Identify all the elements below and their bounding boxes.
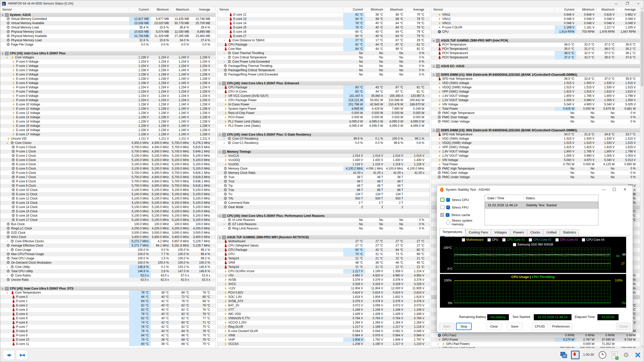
clock-icon[interactable] [598, 351, 607, 359]
sensor-row[interactable]: E-core 5 Voltage1.238 V1.238 V1.240 V1.2… [0, 81, 215, 85]
legend-checkbox[interactable] [555, 238, 559, 242]
sensor-row[interactable]: Trfc500 T500 T500 T [217, 196, 430, 201]
chevron-down-icon[interactable]: ∨ [433, 64, 435, 68]
sensor-row[interactable]: E-core 478 °C40 °C82 °C76 °C [0, 312, 215, 316]
sensor-row[interactable]: VccIOG1.216 V1.216 V1.216 V1.216 V [217, 162, 430, 167]
collapse-columns-button[interactable]: ▶◀ [16, 350, 28, 360]
sensor-row[interactable]: >GPU Rail Powers0.000 W71.352 W [431, 342, 641, 346]
sensor-row[interactable]: E-core 17 Voltage1.238 V1.238 V1.240 V1.… [0, 132, 215, 137]
sensor-row[interactable]: P-core 0 Voltage1.234 V1.234 V1.234 V1.2… [0, 60, 215, 64]
chevron-right-icon[interactable]: > [223, 137, 225, 141]
sensor-row[interactable]: E-core 12 Clock5,100.0 MHz5,100.0 MHz5,1… [0, 196, 215, 201]
sensor-row[interactable]: P-core 1 Voltage1.234 V1.234 V1.234 V1.2… [0, 64, 215, 68]
minimize-button[interactable]: — [611, 0, 622, 7]
section-header-row[interactable]: ∨DDR5 DIMM [#1]: Wilk Elektronik IR-6400… [431, 72, 641, 77]
sensor-row[interactable]: VIN130.048 V0.048 V0.048 V0.048 V [431, 21, 641, 25]
chevron-right-icon[interactable]: > [6, 239, 8, 244]
tab-powers[interactable]: Powers [510, 229, 527, 235]
sensor-row[interactable]: VccCLK1.014 V1.014 V1.014 V1.014 V [217, 154, 430, 158]
sensor-row[interactable]: VDD (SWA) Voltage1.515 V1.500 V1.530 V1.… [431, 81, 641, 85]
sensor-row[interactable]: On-Demand Clock Modulation100.0 %100.0 %… [0, 261, 215, 265]
sensor-row[interactable]: D2D Clock3,000.0 MHz3,000.0 MHz3,000.0 M… [0, 231, 215, 235]
sensor-row[interactable]: E-core 13 Voltage1.238 V1.238 V1.240 V1.… [0, 115, 215, 119]
stress-option[interactable]: Stress system memory [440, 219, 483, 226]
chevron-down-icon[interactable]: ∨ [433, 73, 435, 77]
sensor-row[interactable]: Physical Memory Load32.8 %15.6 %34.0 %27… [0, 38, 215, 43]
sensor-row[interactable]: Motherboard27 °C27 °C27 °C27 °C [217, 239, 430, 244]
sensor-row[interactable]: Bus Clock100.0 MHz100.0 MHz100.0 MHz100.… [0, 222, 215, 226]
sensor-row[interactable]: >Core C1 Residency0.0 %0.0 %99.8 %0.8 % [217, 141, 430, 145]
chevron-down-icon[interactable]: ∨ [219, 133, 221, 137]
sensor-row[interactable]: Virtual Memory Available23,538 MB23,020 … [0, 21, 215, 25]
sensor-row[interactable]: GPU Fan20 RPM0 RPM0 RPM0 RPM [431, 333, 641, 338]
sensor-row[interactable]: >Ring Limit ReasonsNoNoNo0 % [217, 226, 430, 231]
tab-statistics[interactable]: Statistics [560, 229, 579, 235]
sensor-row[interactable]: Total CPU Utility146.8 %2.6 %147.0 %145.… [0, 269, 215, 273]
sensor-row[interactable]: VCCIO 1.25V1.264 V1.264 V1.264 V1.264 V [217, 320, 430, 325]
sensor-row[interactable]: 1.0V VOUT Voltage1.005 V0.990 V1.005 V1.… [431, 154, 641, 158]
sensor-row[interactable]: 3VSB_ATX3.376 V3.376 V3.376 V3.376 V [217, 299, 430, 303]
sensor-row[interactable]: NGU Clock3,400.0 MHz3,400.0 MHz3,400.0 M… [0, 235, 215, 239]
sensor-row[interactable]: CPU1,914 RPM703 RPM1,976 RPM1,847 RPM [431, 30, 641, 34]
sensor-row[interactable]: PMIC High TemperatureNoNoNo0 % [431, 167, 641, 171]
legend-checkbox[interactable] [513, 243, 516, 246]
sensor-row[interactable]: E-core 3 Voltage1.238 V1.238 V1.240 V1.2… [0, 72, 215, 77]
sensor-row[interactable]: VccDDQ1.430 V1.430 V1.430 V1.430 V [217, 158, 430, 162]
section-header-row[interactable]: ∨DDR5 DIMM [#3]: Wilk Elektronik IR-6400… [431, 128, 641, 132]
sensor-row[interactable]: Rest-of-Chip Power0.000 W0.000 W0.000 W0… [217, 111, 430, 115]
sensor-row[interactable]: E-core 17 Clock5,100.0 MHz5,100.0 MHz5,1… [0, 218, 215, 222]
sensor-row[interactable]: System Agent Power4.945 W4.429 W7.880 W5… [217, 107, 430, 111]
sensor-row[interactable]: ∨Core Temperatures78 °C38 °C88 °C76 °C [0, 291, 215, 295]
sensor-row[interactable]: Package/Ring Thermal ThrottlingNoNoNo0 % [217, 64, 430, 68]
sensor-row[interactable]: CPU (Weighted Value)27 °C27 °C27 °C27 °C [217, 244, 430, 248]
chevron-down-icon[interactable]: ∨ [6, 55, 8, 60]
sensor-row[interactable]: VIN120.048 V0.048 V0.048 V0.048 V [431, 17, 641, 21]
chevron-down-icon[interactable]: ∨ [219, 235, 221, 239]
sensor-row[interactable]: BAT_3V3.072 V3.056 V3.072 V3.070 V [217, 303, 430, 308]
chevron-right-icon[interactable]: > [437, 342, 439, 346]
test-log-list[interactable]: Date / Time Status 31.03.2026 11:46:14St… [485, 195, 598, 225]
restore-button[interactable] [622, 0, 633, 7]
sensor-row[interactable]: E-core Cluster0 DLVR0.044 V0.044 V0.062 … [217, 329, 430, 333]
sensor-row[interactable]: P-core 164 °C42 °C78 °C68 °C [0, 299, 215, 303]
sensor-row[interactable]: Command Rate2 T2 T2 T [217, 201, 430, 205]
chevron-down-icon[interactable]: ∨ [6, 141, 8, 145]
remote-monitoring-icon[interactable] [559, 351, 568, 359]
sensor-row[interactable]: >Core Critical TemperatureNoNoNo0 % [217, 55, 430, 60]
section-header-row[interactable]: ∨CPU [#0]: Intel Core Ultra 5 250KF Plus [0, 51, 215, 55]
sensor-row[interactable]: VIN Voltage5.040 V4.900 V5.040 V5.005 V [431, 102, 641, 107]
legend-item[interactable]: Motherboard [462, 238, 483, 242]
sensor-row[interactable]: PCH Power0.000 W0.000 W0.003 W0.000 W [217, 115, 430, 119]
sensor-row[interactable]: P-core 776 °C42 °C82 °C75 °C [0, 325, 215, 329]
sensor-row[interactable]: E-core 1680 °C40 °C84 °C79 °C [217, 30, 430, 34]
stress-checkbox[interactable] [446, 213, 449, 217]
sensor-row[interactable]: CPU Package Power213.121 W53.552 W223.58… [217, 98, 430, 102]
chevron-down-icon[interactable]: ∨ [219, 214, 221, 218]
sensor-row[interactable]: P-core 1 Clock5,700.0 MHz4,300.0 MHz5,70… [0, 149, 215, 154]
sensor-row[interactable]: VTT1.248 V1.248 V1.248 V1.248 V [217, 308, 430, 312]
legend-item[interactable]: CPU Core #4 [582, 238, 604, 242]
sensor-row[interactable]: VIN90.984 V0.976 V0.984 V0.984 V [217, 333, 430, 338]
sensor-row[interactable]: 3VCC3.328 V3.328 V3.328 V3.328 V [217, 282, 430, 286]
sensor-row[interactable]: E-core 1476 °C40 °C84 °C79 °C [217, 21, 430, 25]
sensor-row[interactable]: >Core Usage100.0 %0.0 %100.0 %99.2 % [0, 248, 215, 252]
sensor-row[interactable]: Package/Ring Critical TemperatureNoNoNo0… [217, 68, 430, 72]
sensor-row[interactable]: CPU IA Cores83 °C44 °C87 °C81 °C [217, 90, 430, 94]
section-header-row[interactable]: ∨CPU [#0]: Intel Core Ultra 5 250KF Plus… [217, 81, 430, 85]
legend-item[interactable]: Samsung SSD 980 500GB [513, 243, 553, 246]
sensor-row[interactable]: P-core 878 °C40 °C84 °C76 °C [0, 329, 215, 333]
stress-option[interactable]: Stress FPU [440, 204, 483, 211]
sensor-row[interactable]: Page File Usage0.0 %0.0 %0.0 %0.0 % [0, 43, 215, 47]
sensor-row[interactable]: Temp1821 °C21 °C22 °C21 °C [217, 265, 430, 269]
sensor-row[interactable]: E-core 1384 °C38 °C88 °C79 °C [217, 17, 430, 21]
sensor-row[interactable]: E-core 14 Clock5,100.0 MHz5,100.0 MHz5,1… [0, 205, 215, 209]
sensor-row[interactable]: P-core 9 Voltage1.234 V1.234 V1.234 V1.2… [0, 98, 215, 102]
sensor-row[interactable]: Physical Memory Used10,625 MB5,074 MB11,… [0, 30, 215, 34]
legend-item[interactable]: CPU [487, 238, 498, 242]
sensor-row[interactable]: E-core 1078 °C38 °C88 °C79 °C [0, 338, 215, 342]
clear-button[interactable]: Clear [486, 323, 502, 330]
chevron-down-icon[interactable]: ∨ [2, 13, 4, 17]
chevron-down-icon[interactable]: ∨ [219, 81, 221, 86]
sensor-row[interactable]: PMIC Under VoltageNoNoNo0 % [431, 119, 641, 124]
sensor-row[interactable]: P-core 8 Clock5,700.0 MHz4,300.0 MHz5,70… [0, 179, 215, 184]
